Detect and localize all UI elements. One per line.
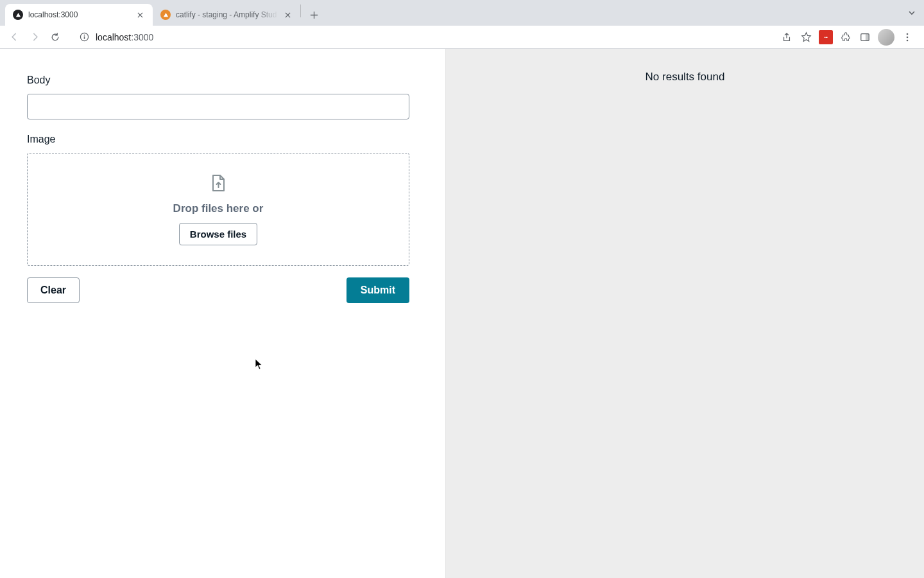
nav-reload-button[interactable] [46, 28, 64, 46]
svg-point-7 [907, 39, 909, 41]
svg-rect-2 [84, 37, 85, 39]
image-label: Image [27, 134, 418, 145]
form-actions: Clear Submit [27, 277, 409, 303]
nav-forward-button[interactable] [26, 28, 44, 46]
nav-back-button[interactable] [5, 28, 23, 46]
extensions-icon[interactable] [839, 31, 852, 44]
no-results-text: No results found [446, 71, 924, 83]
form-pane: Body Image Drop files here or Browse fil… [0, 49, 446, 578]
tab-close-icon[interactable] [135, 10, 145, 20]
submit-button[interactable]: Submit [346, 277, 409, 303]
dropzone-text: Drop files here or [173, 202, 264, 215]
browser-tab-inactive[interactable]: catlify - staging - Amplify Stud [153, 4, 300, 26]
svg-point-6 [907, 36, 909, 38]
results-pane: No results found [446, 49, 924, 578]
svg-point-1 [84, 35, 85, 36]
tab-separator [300, 4, 301, 17]
browse-files-button[interactable]: Browse files [179, 223, 257, 245]
page-content: Body Image Drop files here or Browse fil… [0, 49, 924, 578]
profile-avatar[interactable] [878, 29, 894, 46]
tab-favicon [13, 10, 23, 20]
tab-title: localhost:3000 [28, 10, 131, 19]
body-input[interactable] [27, 94, 409, 119]
site-info-icon[interactable] [80, 32, 89, 42]
url-host: localhost [96, 32, 131, 42]
bookmark-star-icon[interactable] [800, 31, 812, 44]
tab-favicon [160, 10, 171, 20]
url-port: :3000 [131, 32, 153, 42]
address-bar[interactable]: localhost:3000 [72, 28, 773, 46]
chevron-down-icon [907, 8, 916, 17]
kebab-menu-icon[interactable] [901, 31, 914, 44]
sidepanel-icon[interactable] [859, 31, 871, 44]
body-label: Body [27, 74, 418, 86]
file-upload-icon [210, 174, 226, 195]
file-dropzone[interactable]: Drop files here or Browse files [27, 153, 409, 266]
browser-tab-strip: localhost:3000 catlify - staging - Ampli… [0, 0, 924, 26]
extension-red[interactable]: ••• [819, 30, 833, 44]
tab-title: catlify - staging - Amplify Stud [176, 10, 278, 19]
new-tab-button[interactable] [305, 6, 323, 24]
svg-rect-4 [866, 33, 869, 40]
svg-point-5 [907, 33, 909, 35]
browser-toolbar: localhost:3000 ••• [0, 26, 924, 49]
share-icon[interactable] [780, 31, 793, 44]
tab-close-icon[interactable] [282, 10, 293, 20]
clear-button[interactable]: Clear [27, 277, 80, 303]
toolbar-actions: ••• [780, 29, 919, 46]
browser-tab-active[interactable]: localhost:3000 [5, 4, 153, 26]
tab-overflow[interactable] [907, 8, 916, 17]
